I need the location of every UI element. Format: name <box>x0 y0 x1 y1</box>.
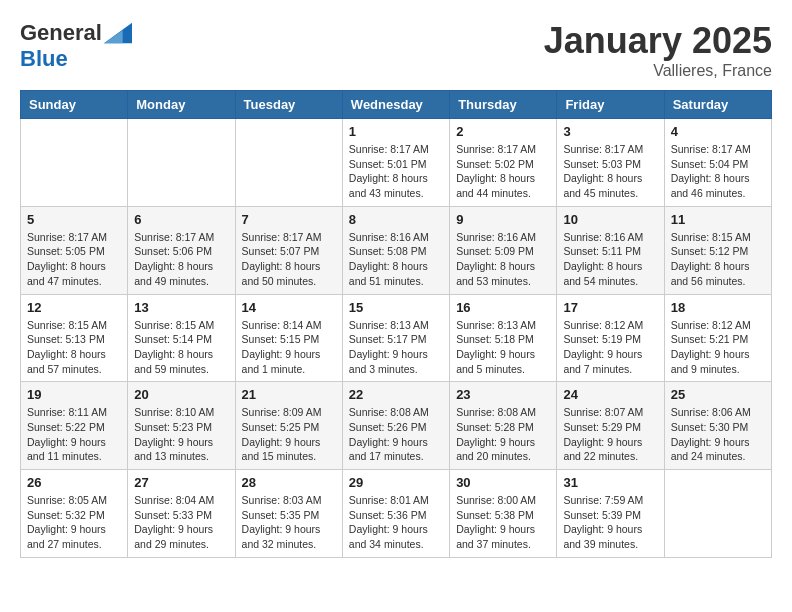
table-row: 17Sunrise: 8:12 AM Sunset: 5:19 PM Dayli… <box>557 294 664 382</box>
table-row: 5Sunrise: 8:17 AM Sunset: 5:05 PM Daylig… <box>21 206 128 294</box>
table-row: 2Sunrise: 8:17 AM Sunset: 5:02 PM Daylig… <box>450 119 557 207</box>
day-info: Sunrise: 8:00 AM Sunset: 5:38 PM Dayligh… <box>456 493 550 552</box>
day-number: 3 <box>563 124 657 139</box>
table-row: 6Sunrise: 8:17 AM Sunset: 5:06 PM Daylig… <box>128 206 235 294</box>
day-info: Sunrise: 8:12 AM Sunset: 5:21 PM Dayligh… <box>671 318 765 377</box>
day-number: 24 <box>563 387 657 402</box>
table-row: 3Sunrise: 8:17 AM Sunset: 5:03 PM Daylig… <box>557 119 664 207</box>
table-row: 10Sunrise: 8:16 AM Sunset: 5:11 PM Dayli… <box>557 206 664 294</box>
day-info: Sunrise: 8:14 AM Sunset: 5:15 PM Dayligh… <box>242 318 336 377</box>
day-number: 18 <box>671 300 765 315</box>
day-number: 21 <box>242 387 336 402</box>
day-info: Sunrise: 8:17 AM Sunset: 5:07 PM Dayligh… <box>242 230 336 289</box>
table-row: 4Sunrise: 8:17 AM Sunset: 5:04 PM Daylig… <box>664 119 771 207</box>
table-row: 27Sunrise: 8:04 AM Sunset: 5:33 PM Dayli… <box>128 470 235 558</box>
day-info: Sunrise: 8:03 AM Sunset: 5:35 PM Dayligh… <box>242 493 336 552</box>
day-info: Sunrise: 8:06 AM Sunset: 5:30 PM Dayligh… <box>671 405 765 464</box>
day-info: Sunrise: 8:17 AM Sunset: 5:02 PM Dayligh… <box>456 142 550 201</box>
month-title: January 2025 <box>544 20 772 62</box>
table-row: 16Sunrise: 8:13 AM Sunset: 5:18 PM Dayli… <box>450 294 557 382</box>
day-number: 17 <box>563 300 657 315</box>
calendar-week-row: 19Sunrise: 8:11 AM Sunset: 5:22 PM Dayli… <box>21 382 772 470</box>
day-info: Sunrise: 8:09 AM Sunset: 5:25 PM Dayligh… <box>242 405 336 464</box>
table-row: 24Sunrise: 8:07 AM Sunset: 5:29 PM Dayli… <box>557 382 664 470</box>
table-row: 23Sunrise: 8:08 AM Sunset: 5:28 PM Dayli… <box>450 382 557 470</box>
table-row: 11Sunrise: 8:15 AM Sunset: 5:12 PM Dayli… <box>664 206 771 294</box>
day-info: Sunrise: 8:16 AM Sunset: 5:11 PM Dayligh… <box>563 230 657 289</box>
day-number: 20 <box>134 387 228 402</box>
table-row: 31Sunrise: 7:59 AM Sunset: 5:39 PM Dayli… <box>557 470 664 558</box>
day-info: Sunrise: 8:13 AM Sunset: 5:17 PM Dayligh… <box>349 318 443 377</box>
day-number: 27 <box>134 475 228 490</box>
day-number: 8 <box>349 212 443 227</box>
day-number: 2 <box>456 124 550 139</box>
table-row: 9Sunrise: 8:16 AM Sunset: 5:09 PM Daylig… <box>450 206 557 294</box>
table-row: 12Sunrise: 8:15 AM Sunset: 5:13 PM Dayli… <box>21 294 128 382</box>
day-info: Sunrise: 8:11 AM Sunset: 5:22 PM Dayligh… <box>27 405 121 464</box>
table-row <box>235 119 342 207</box>
day-number: 10 <box>563 212 657 227</box>
calendar-week-row: 5Sunrise: 8:17 AM Sunset: 5:05 PM Daylig… <box>21 206 772 294</box>
title-area: January 2025 Vallieres, France <box>544 20 772 80</box>
calendar-week-row: 12Sunrise: 8:15 AM Sunset: 5:13 PM Dayli… <box>21 294 772 382</box>
header-tuesday: Tuesday <box>235 91 342 119</box>
calendar-table: Sunday Monday Tuesday Wednesday Thursday… <box>20 90 772 558</box>
day-info: Sunrise: 8:17 AM Sunset: 5:05 PM Dayligh… <box>27 230 121 289</box>
logo-blue-text: Blue <box>20 46 68 72</box>
day-info: Sunrise: 8:10 AM Sunset: 5:23 PM Dayligh… <box>134 405 228 464</box>
page-header: General Blue January 2025 Vallieres, Fra… <box>20 20 772 80</box>
table-row: 30Sunrise: 8:00 AM Sunset: 5:38 PM Dayli… <box>450 470 557 558</box>
table-row: 26Sunrise: 8:05 AM Sunset: 5:32 PM Dayli… <box>21 470 128 558</box>
header-saturday: Saturday <box>664 91 771 119</box>
day-info: Sunrise: 8:05 AM Sunset: 5:32 PM Dayligh… <box>27 493 121 552</box>
table-row: 14Sunrise: 8:14 AM Sunset: 5:15 PM Dayli… <box>235 294 342 382</box>
table-row: 20Sunrise: 8:10 AM Sunset: 5:23 PM Dayli… <box>128 382 235 470</box>
table-row: 22Sunrise: 8:08 AM Sunset: 5:26 PM Dayli… <box>342 382 449 470</box>
day-number: 9 <box>456 212 550 227</box>
day-info: Sunrise: 8:01 AM Sunset: 5:36 PM Dayligh… <box>349 493 443 552</box>
table-row: 7Sunrise: 8:17 AM Sunset: 5:07 PM Daylig… <box>235 206 342 294</box>
table-row: 18Sunrise: 8:12 AM Sunset: 5:21 PM Dayli… <box>664 294 771 382</box>
day-info: Sunrise: 8:08 AM Sunset: 5:28 PM Dayligh… <box>456 405 550 464</box>
day-info: Sunrise: 8:17 AM Sunset: 5:01 PM Dayligh… <box>349 142 443 201</box>
day-info: Sunrise: 8:07 AM Sunset: 5:29 PM Dayligh… <box>563 405 657 464</box>
table-row: 25Sunrise: 8:06 AM Sunset: 5:30 PM Dayli… <box>664 382 771 470</box>
table-row <box>128 119 235 207</box>
day-number: 14 <box>242 300 336 315</box>
table-row: 29Sunrise: 8:01 AM Sunset: 5:36 PM Dayli… <box>342 470 449 558</box>
day-info: Sunrise: 8:15 AM Sunset: 5:13 PM Dayligh… <box>27 318 121 377</box>
header-sunday: Sunday <box>21 91 128 119</box>
day-number: 26 <box>27 475 121 490</box>
day-number: 29 <box>349 475 443 490</box>
day-info: Sunrise: 7:59 AM Sunset: 5:39 PM Dayligh… <box>563 493 657 552</box>
table-row: 1Sunrise: 8:17 AM Sunset: 5:01 PM Daylig… <box>342 119 449 207</box>
day-number: 7 <box>242 212 336 227</box>
header-wednesday: Wednesday <box>342 91 449 119</box>
day-info: Sunrise: 8:17 AM Sunset: 5:04 PM Dayligh… <box>671 142 765 201</box>
header-thursday: Thursday <box>450 91 557 119</box>
day-number: 22 <box>349 387 443 402</box>
calendar-week-row: 1Sunrise: 8:17 AM Sunset: 5:01 PM Daylig… <box>21 119 772 207</box>
day-number: 13 <box>134 300 228 315</box>
table-row <box>664 470 771 558</box>
day-number: 11 <box>671 212 765 227</box>
table-row: 21Sunrise: 8:09 AM Sunset: 5:25 PM Dayli… <box>235 382 342 470</box>
day-number: 16 <box>456 300 550 315</box>
table-row: 15Sunrise: 8:13 AM Sunset: 5:17 PM Dayli… <box>342 294 449 382</box>
day-info: Sunrise: 8:16 AM Sunset: 5:08 PM Dayligh… <box>349 230 443 289</box>
table-row: 28Sunrise: 8:03 AM Sunset: 5:35 PM Dayli… <box>235 470 342 558</box>
day-info: Sunrise: 8:15 AM Sunset: 5:14 PM Dayligh… <box>134 318 228 377</box>
logo-icon <box>104 22 132 44</box>
table-row: 13Sunrise: 8:15 AM Sunset: 5:14 PM Dayli… <box>128 294 235 382</box>
day-number: 1 <box>349 124 443 139</box>
day-number: 31 <box>563 475 657 490</box>
day-info: Sunrise: 8:08 AM Sunset: 5:26 PM Dayligh… <box>349 405 443 464</box>
day-info: Sunrise: 8:04 AM Sunset: 5:33 PM Dayligh… <box>134 493 228 552</box>
day-info: Sunrise: 8:17 AM Sunset: 5:06 PM Dayligh… <box>134 230 228 289</box>
table-row: 19Sunrise: 8:11 AM Sunset: 5:22 PM Dayli… <box>21 382 128 470</box>
table-row: 8Sunrise: 8:16 AM Sunset: 5:08 PM Daylig… <box>342 206 449 294</box>
day-info: Sunrise: 8:15 AM Sunset: 5:12 PM Dayligh… <box>671 230 765 289</box>
day-number: 6 <box>134 212 228 227</box>
day-number: 19 <box>27 387 121 402</box>
calendar-week-row: 26Sunrise: 8:05 AM Sunset: 5:32 PM Dayli… <box>21 470 772 558</box>
